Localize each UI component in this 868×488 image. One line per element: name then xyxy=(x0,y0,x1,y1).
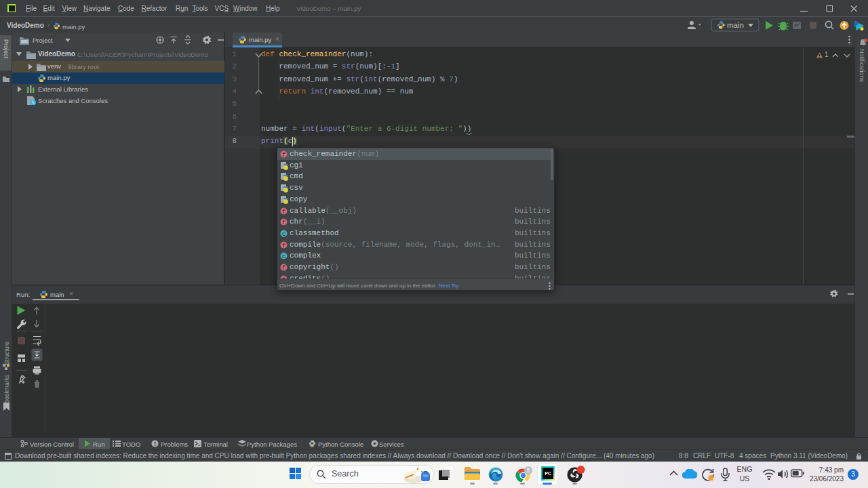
svg-text:main: main xyxy=(727,21,744,29)
svg-text:f: f xyxy=(282,152,285,158)
svg-text:c: c xyxy=(282,230,285,237)
svg-text:f: f xyxy=(282,220,285,226)
svg-text:f: f xyxy=(282,242,285,248)
svg-text:f: f xyxy=(282,208,285,214)
svg-text:f: f xyxy=(282,265,285,271)
svg-text:c: c xyxy=(282,253,285,260)
